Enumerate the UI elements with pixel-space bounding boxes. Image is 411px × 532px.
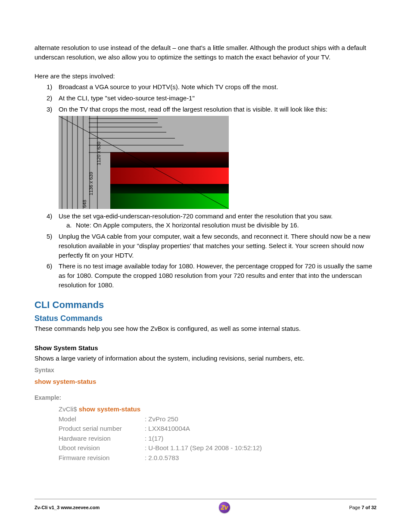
heading-status-commands: Status Commands (34, 314, 377, 323)
status-description: These commands help you see how the ZvBo… (34, 324, 377, 333)
heading-cli-commands: CLI Commands (34, 299, 377, 311)
test-pattern-lines (59, 116, 229, 209)
syntax-command: show system-status (34, 377, 377, 386)
footer-right: Page 7 of 32 (349, 505, 377, 510)
example-block: ZvCli$ show system-status Model : ZvPro … (59, 404, 377, 463)
example-row-firmware: Firmware revision : 2.0.0.5783 (59, 453, 377, 463)
footer-page-num: 7 of 32 (361, 505, 377, 510)
ex-key: Firmware revision (59, 453, 145, 463)
document-page: alternate resolution to use instead of t… (0, 0, 411, 532)
example-row-uboot: Uboot revision : U-Boot 1.1.17 (Sep 24 2… (59, 443, 377, 453)
example-row-model: Model : ZvPro 250 (59, 414, 377, 424)
intro-paragraph: alternate resolution to use instead of t… (34, 43, 377, 62)
example-row-hardware: Hardware revision : 1(17) (59, 434, 377, 444)
step-6: There is no test image available today f… (59, 261, 377, 289)
svg-line-14 (59, 116, 229, 209)
step-4-text: Use the set vga-edid-underscan-resolutio… (59, 212, 333, 220)
page-footer: Zv-Cli v1_3 www.zeevee.com Zv Page 7 of … (34, 499, 377, 513)
resolution-label-1: 1120 x 630 (96, 142, 103, 165)
ex-key: Model (59, 414, 145, 424)
ex-val: : 1(17) (145, 434, 163, 444)
zv-logo-icon: Zv (219, 502, 230, 513)
ex-key: Uboot revision (59, 443, 145, 453)
syntax-label: Syntax (34, 366, 377, 374)
resolution-label-2: 1136 x 639 (88, 172, 95, 195)
show-system-status-desc: Shows a large variety of information abo… (34, 354, 377, 363)
show-system-status-title: Show System Status (34, 343, 377, 353)
ex-key: Product serial number (59, 424, 145, 434)
test-pattern-image: 1120 x 630 1136 x 639 648 (59, 116, 229, 209)
step-3-text: On the TV that crops the most, read off … (59, 106, 327, 113)
example-row-serial: Product serial number : LXX8410004A (59, 424, 377, 434)
ex-key: Hardware revision (59, 434, 145, 444)
example-label: Example: (34, 393, 377, 402)
ex-val: : U-Boot 1.1.17 (Sep 24 2008 - 10:52:12) (145, 443, 262, 453)
steps-list: Broadcast a VGA source to your HDTV(s). … (34, 82, 377, 289)
step-4: Use the set vga-edid-underscan-resolutio… (59, 212, 377, 230)
step-2: At the CLI, type "set video-source test-… (59, 93, 377, 103)
footer-page-word: Page (349, 505, 361, 510)
step-1: Broadcast a VGA source to your HDTV(s). … (59, 82, 377, 92)
resolution-label-3: 648 (81, 200, 88, 208)
steps-lead: Here are the steps involved: (34, 72, 377, 81)
cli-command: show system-status (79, 405, 140, 413)
cli-prompt: ZvCli$ (59, 405, 79, 413)
step-4a: Note: On Apple computers, the X horizont… (76, 221, 377, 230)
ex-val: : ZvPro 250 (145, 414, 178, 424)
step-5: Unplug the VGA cable from your computer,… (59, 232, 377, 260)
ex-val: : 2.0.0.5783 (145, 453, 179, 463)
step-3: On the TV that crops the most, read off … (59, 105, 377, 209)
example-prompt-line: ZvCli$ show system-status (59, 404, 377, 414)
ex-val: : LXX8410004A (145, 424, 190, 434)
footer-left: Zv-Cli v1_3 www.zeevee.com (34, 505, 100, 510)
